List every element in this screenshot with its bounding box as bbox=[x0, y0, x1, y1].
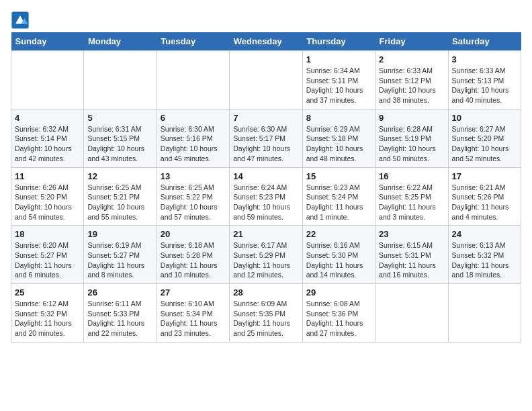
calendar-cell: 13Sunrise: 6:25 AM Sunset: 5:22 PM Dayli… bbox=[157, 167, 229, 226]
calendar-cell: 6Sunrise: 6:30 AM Sunset: 5:16 PM Daylig… bbox=[157, 109, 229, 167]
day-info: Sunrise: 6:24 AM Sunset: 5:23 PM Dayligh… bbox=[233, 183, 298, 222]
day-info: Sunrise: 6:33 AM Sunset: 5:13 PM Dayligh… bbox=[452, 66, 517, 105]
calendar-cell: 29Sunrise: 6:08 AM Sunset: 5:36 PM Dayli… bbox=[302, 284, 375, 342]
calendar-cell: 1Sunrise: 6:34 AM Sunset: 5:11 PM Daylig… bbox=[302, 51, 375, 109]
calendar-cell: 3Sunrise: 6:33 AM Sunset: 5:13 PM Daylig… bbox=[448, 51, 521, 109]
day-info: Sunrise: 6:17 AM Sunset: 5:29 PM Dayligh… bbox=[233, 240, 298, 280]
day-info: Sunrise: 6:28 AM Sunset: 5:19 PM Dayligh… bbox=[379, 124, 444, 164]
day-info: Sunrise: 6:25 AM Sunset: 5:21 PM Dayligh… bbox=[87, 183, 152, 222]
day-header-sunday: Sunday bbox=[11, 32, 84, 51]
day-number: 22 bbox=[306, 229, 371, 239]
day-number: 2 bbox=[379, 54, 444, 64]
day-number: 10 bbox=[452, 113, 517, 123]
day-info: Sunrise: 6:11 AM Sunset: 5:33 PM Dayligh… bbox=[87, 299, 152, 338]
day-number: 4 bbox=[15, 113, 80, 123]
calendar-table: SundayMondayTuesdayWednesdayThursdayFrid… bbox=[11, 32, 521, 342]
day-info: Sunrise: 6:08 AM Sunset: 5:36 PM Dayligh… bbox=[306, 299, 371, 338]
day-info: Sunrise: 6:26 AM Sunset: 5:20 PM Dayligh… bbox=[15, 183, 80, 222]
day-number: 12 bbox=[87, 171, 152, 181]
day-number: 27 bbox=[161, 287, 226, 298]
calendar-cell: 20Sunrise: 6:18 AM Sunset: 5:28 PM Dayli… bbox=[157, 226, 229, 284]
day-number: 1 bbox=[306, 54, 371, 64]
calendar-cell bbox=[448, 284, 521, 342]
calendar-cell: 14Sunrise: 6:24 AM Sunset: 5:23 PM Dayli… bbox=[230, 167, 302, 226]
calendar-cell: 19Sunrise: 6:19 AM Sunset: 5:27 PM Dayli… bbox=[84, 226, 157, 284]
day-info: Sunrise: 6:16 AM Sunset: 5:30 PM Dayligh… bbox=[306, 240, 371, 280]
day-info: Sunrise: 6:33 AM Sunset: 5:12 PM Dayligh… bbox=[379, 66, 444, 105]
day-info: Sunrise: 6:29 AM Sunset: 5:18 PM Dayligh… bbox=[306, 124, 371, 164]
day-info: Sunrise: 6:23 AM Sunset: 5:24 PM Dayligh… bbox=[306, 183, 371, 222]
calendar-cell: 25Sunrise: 6:12 AM Sunset: 5:32 PM Dayli… bbox=[11, 284, 84, 342]
week-row-3: 11Sunrise: 6:26 AM Sunset: 5:20 PM Dayli… bbox=[11, 167, 521, 226]
calendar-cell: 28Sunrise: 6:09 AM Sunset: 5:35 PM Dayli… bbox=[230, 284, 302, 342]
day-info: Sunrise: 6:34 AM Sunset: 5:11 PM Dayligh… bbox=[306, 66, 371, 105]
day-info: Sunrise: 6:30 AM Sunset: 5:16 PM Dayligh… bbox=[161, 124, 226, 164]
day-header-monday: Monday bbox=[84, 32, 157, 51]
logo bbox=[11, 11, 32, 30]
day-number: 13 bbox=[161, 171, 226, 181]
calendar-cell: 26Sunrise: 6:11 AM Sunset: 5:33 PM Dayli… bbox=[84, 284, 157, 342]
week-row-1: 1Sunrise: 6:34 AM Sunset: 5:11 PM Daylig… bbox=[11, 51, 521, 109]
day-number: 17 bbox=[452, 171, 517, 181]
calendar-cell: 7Sunrise: 6:30 AM Sunset: 5:17 PM Daylig… bbox=[230, 109, 302, 167]
day-info: Sunrise: 6:13 AM Sunset: 5:32 PM Dayligh… bbox=[452, 240, 517, 280]
week-row-5: 25Sunrise: 6:12 AM Sunset: 5:32 PM Dayli… bbox=[11, 284, 521, 342]
day-info: Sunrise: 6:21 AM Sunset: 5:26 PM Dayligh… bbox=[452, 183, 517, 222]
day-info: Sunrise: 6:30 AM Sunset: 5:17 PM Dayligh… bbox=[233, 124, 298, 164]
day-number: 28 bbox=[233, 287, 298, 298]
calendar-cell: 27Sunrise: 6:10 AM Sunset: 5:34 PM Dayli… bbox=[157, 284, 229, 342]
day-number: 15 bbox=[306, 171, 371, 181]
day-number: 18 bbox=[15, 229, 80, 239]
calendar-cell: 24Sunrise: 6:13 AM Sunset: 5:32 PM Dayli… bbox=[448, 226, 521, 284]
day-number: 20 bbox=[161, 229, 226, 239]
day-number: 25 bbox=[15, 287, 80, 298]
calendar-cell bbox=[84, 51, 157, 109]
day-header-saturday: Saturday bbox=[448, 32, 521, 51]
day-info: Sunrise: 6:10 AM Sunset: 5:34 PM Dayligh… bbox=[161, 299, 226, 338]
day-info: Sunrise: 6:20 AM Sunset: 5:27 PM Dayligh… bbox=[15, 240, 80, 280]
day-number: 26 bbox=[87, 287, 152, 298]
day-info: Sunrise: 6:19 AM Sunset: 5:27 PM Dayligh… bbox=[87, 240, 152, 280]
day-info: Sunrise: 6:31 AM Sunset: 5:15 PM Dayligh… bbox=[87, 124, 152, 164]
page-header bbox=[11, 11, 521, 30]
calendar-cell bbox=[230, 51, 302, 109]
day-header-friday: Friday bbox=[375, 32, 448, 51]
calendar-cell: 11Sunrise: 6:26 AM Sunset: 5:20 PM Dayli… bbox=[11, 167, 84, 226]
day-number: 3 bbox=[452, 54, 517, 64]
day-number: 29 bbox=[306, 287, 371, 298]
week-row-4: 18Sunrise: 6:20 AM Sunset: 5:27 PM Dayli… bbox=[11, 226, 521, 284]
day-number: 24 bbox=[452, 229, 517, 239]
day-number: 6 bbox=[161, 113, 226, 123]
day-number: 23 bbox=[379, 229, 444, 239]
day-number: 16 bbox=[379, 171, 444, 181]
calendar-cell bbox=[11, 51, 84, 109]
calendar-cell bbox=[157, 51, 229, 109]
calendar-cell: 17Sunrise: 6:21 AM Sunset: 5:26 PM Dayli… bbox=[448, 167, 521, 226]
day-number: 19 bbox=[87, 229, 152, 239]
calendar-cell: 15Sunrise: 6:23 AM Sunset: 5:24 PM Dayli… bbox=[302, 167, 375, 226]
day-number: 9 bbox=[379, 113, 444, 123]
day-info: Sunrise: 6:09 AM Sunset: 5:35 PM Dayligh… bbox=[233, 299, 298, 338]
day-header-wednesday: Wednesday bbox=[230, 32, 302, 51]
day-number: 14 bbox=[233, 171, 298, 181]
calendar-cell: 2Sunrise: 6:33 AM Sunset: 5:12 PM Daylig… bbox=[375, 51, 448, 109]
calendar-cell bbox=[375, 284, 448, 342]
day-header-tuesday: Tuesday bbox=[157, 32, 229, 51]
day-number: 7 bbox=[233, 113, 298, 123]
day-info: Sunrise: 6:12 AM Sunset: 5:32 PM Dayligh… bbox=[15, 299, 80, 338]
calendar-cell: 8Sunrise: 6:29 AM Sunset: 5:18 PM Daylig… bbox=[302, 109, 375, 167]
calendar-cell: 16Sunrise: 6:22 AM Sunset: 5:25 PM Dayli… bbox=[375, 167, 448, 226]
calendar-cell: 23Sunrise: 6:15 AM Sunset: 5:31 PM Dayli… bbox=[375, 226, 448, 284]
day-info: Sunrise: 6:15 AM Sunset: 5:31 PM Dayligh… bbox=[379, 240, 444, 280]
calendar-cell: 5Sunrise: 6:31 AM Sunset: 5:15 PM Daylig… bbox=[84, 109, 157, 167]
day-number: 21 bbox=[233, 229, 298, 239]
day-number: 8 bbox=[306, 113, 371, 123]
calendar-cell: 21Sunrise: 6:17 AM Sunset: 5:29 PM Dayli… bbox=[230, 226, 302, 284]
calendar-cell: 18Sunrise: 6:20 AM Sunset: 5:27 PM Dayli… bbox=[11, 226, 84, 284]
calendar-cell: 12Sunrise: 6:25 AM Sunset: 5:21 PM Dayli… bbox=[84, 167, 157, 226]
week-row-2: 4Sunrise: 6:32 AM Sunset: 5:14 PM Daylig… bbox=[11, 109, 521, 167]
day-info: Sunrise: 6:18 AM Sunset: 5:28 PM Dayligh… bbox=[161, 240, 226, 280]
day-number: 11 bbox=[15, 171, 80, 181]
day-info: Sunrise: 6:25 AM Sunset: 5:22 PM Dayligh… bbox=[161, 183, 226, 222]
day-header-thursday: Thursday bbox=[302, 32, 375, 51]
